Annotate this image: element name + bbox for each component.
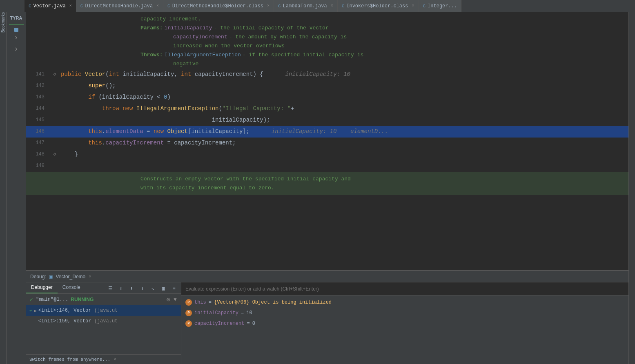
tab-label-lambdaform: LambdaForm.java [283, 3, 327, 9]
tab-bar: C Vector.java × C DirectMethodHandle.jav… [0, 0, 635, 12]
left-sidebar: Bookmarks [0, 12, 7, 364]
debug-btn-step-over[interactable]: ⬆ [116, 284, 126, 293]
doc-param2-cont: increased when the vector overflows [173, 42, 285, 51]
line-num-149: 149 [26, 162, 51, 170]
debug-btn-menu[interactable]: ☰ [105, 284, 115, 293]
doc-throws-cont: negative [173, 60, 198, 69]
frame-return-icon-1: ↩ [29, 318, 32, 324]
code-line-147[interactable]: 147 this.capacityIncrement = capacityInc… [26, 138, 628, 149]
var-equals-initialcapacity: = [241, 310, 244, 316]
debug-session-icon: ▣ [49, 273, 53, 280]
doc-line-throws: Throws: IllegalArgumentException - if th… [26, 51, 628, 60]
frame-icon-0: ▶ [34, 308, 37, 313]
project-indicator [9, 24, 24, 25]
stack-frame-1[interactable]: ↩ ▶ <init>:159, Vector (java.ut [26, 316, 181, 326]
doc-line-throws-cont: negative [26, 60, 628, 69]
expression-input[interactable] [185, 286, 624, 292]
code-content-142: super(); [59, 81, 628, 90]
code-content-148: } [59, 150, 628, 159]
doc-param2-name: capacityIncrement [173, 33, 227, 42]
tab-icon-vector: C [29, 4, 31, 9]
debug-btn-step-into[interactable]: ⬇ [127, 284, 136, 293]
close-switch-frames[interactable]: × [114, 357, 116, 362]
doc-block: capacity increment. Params: initialCapac… [26, 12, 628, 69]
var-equals-this: = [209, 300, 212, 305]
right-sidebar [628, 12, 635, 364]
tab-directmethod[interactable]: C DirectMethodHandle.java × [76, 0, 163, 12]
tab-directmethodholder[interactable]: C DirectMethodHandle$Holder.class × [163, 0, 274, 12]
filter-icon[interactable]: ⊛ [166, 297, 170, 302]
close-tab-invokersholder[interactable]: × [412, 4, 414, 8]
code-line-148[interactable]: 148 ◇ } [26, 149, 628, 160]
var-equals-capacityincrement: = [247, 321, 250, 326]
var-row-this[interactable]: P this = {Vector@706} Object is being in… [181, 297, 628, 308]
code-line-144[interactable]: 144 throw new IllegalArgumentException("… [26, 103, 628, 115]
debug-btn-run-cursor[interactable]: ↘ [148, 284, 158, 293]
project-panel: TYRA › › [7, 12, 26, 364]
bottom-doc-block: Constructs an empty vector with the spec… [26, 172, 628, 195]
tab-integer[interactable]: C Integer... [419, 0, 462, 12]
tab-label-vector: Vector.java [33, 3, 66, 9]
debug-body: Debugger Console ☰ ⬆ ⬇ ⬆ ↘ ▦ ≡ [26, 282, 628, 364]
close-tab-directmethodholder[interactable]: × [267, 4, 270, 8]
code-line-142[interactable]: 142 super(); [26, 80, 628, 92]
tab-icon-integer: C [423, 4, 426, 9]
close-tab-lambdaform[interactable]: × [331, 4, 333, 8]
tab-icon-directmethod: C [80, 4, 83, 9]
debug-tab-debugger[interactable]: Debugger [26, 282, 58, 293]
switch-frames-bar: Switch frames from anywhere... × [26, 354, 181, 364]
expand-icon2[interactable]: › [14, 45, 18, 53]
tab-lambdaform[interactable]: C LambdaForm.java × [274, 0, 338, 12]
doc-line-param2-cont: increased when the vector overflows [26, 42, 628, 51]
stack-frame-0[interactable]: ↩ ▶ <init>:146, Vector (java.ut [26, 305, 181, 316]
expand-icon[interactable]: › [14, 33, 18, 42]
code-line-149[interactable]: 149 [26, 160, 628, 172]
gutter-141: ◇ [51, 71, 59, 78]
doc-param1-desc: - the initial capacity of the vector [214, 24, 329, 33]
line-num-146: 146 [26, 128, 51, 135]
close-tab-directmethod[interactable]: × [156, 4, 159, 8]
code-line-143[interactable]: 143 if (initialCapacity < 0) [26, 92, 628, 103]
debug-tabs: Debugger Console ☰ ⬆ ⬇ ⬆ ↘ ▦ ≡ [26, 282, 181, 294]
tab-icon-invokersholder: C [342, 4, 345, 9]
tab-invokersholder[interactable]: C Invokers$Holder.class × [338, 0, 419, 12]
debug-variables-panel: P this = {Vector@706} Object is being in… [181, 282, 628, 364]
var-row-capacityincrement[interactable]: P capacityIncrement = 0 [181, 318, 628, 329]
debug-btn-evaluate[interactable]: ▦ [158, 284, 168, 293]
line-num-142: 142 [26, 82, 51, 90]
variables-list: P this = {Vector@706} Object is being in… [181, 295, 628, 364]
line-num-141: 141 [26, 71, 51, 78]
debug-tab-console[interactable]: Console [58, 282, 85, 293]
code-content-141: public Vector(int initialCapacity, int c… [59, 70, 628, 79]
var-value-this: {Vector@706} Object is being initialized [214, 300, 332, 305]
doc-throws-desc: - if the specified initial capacity is [243, 51, 363, 60]
var-name-initialcapacity: initialCapacity [194, 310, 238, 316]
tab-icon-directmethodholder: C [167, 4, 170, 9]
editor-area: capacity increment. Params: initialCapac… [26, 12, 628, 270]
bookmarks-tab[interactable]: Bookmarks [1, 12, 5, 36]
doc-params-label: Params: [140, 24, 163, 33]
close-tab-vector[interactable]: × [69, 4, 72, 8]
code-line-145[interactable]: 145 initialCapacity); [26, 115, 628, 126]
code-container: 141 ◇ public Vector(int initialCapacity,… [26, 69, 628, 172]
tab-label-invokersholder: Invokers$Holder.class [346, 3, 408, 9]
thread-name: "main"@1... [36, 297, 68, 302]
debug-btn-step-out[interactable]: ⬆ [137, 284, 147, 293]
line-num-144: 144 [26, 105, 51, 113]
tab-vector[interactable]: C Vector.java × [25, 0, 76, 12]
frame-text-1: <init>:159, Vector (java.ut [38, 318, 118, 324]
var-name-this: this [194, 300, 206, 305]
tab-label-directmethod: DirectMethodHandle.java [85, 3, 153, 9]
dropdown-arrow[interactable]: ▼ [173, 297, 178, 302]
close-debug-session[interactable]: × [89, 274, 91, 279]
code-line-141[interactable]: 141 ◇ public Vector(int initialCapacity,… [26, 69, 628, 80]
var-row-initialcapacity[interactable]: P initialCapacity = 10 [181, 308, 628, 318]
thread-status: RUNNING [71, 297, 94, 302]
doc-line-capacity: capacity increment. [26, 15, 628, 24]
tab-label-integer: Integer... [428, 3, 457, 9]
project-file-icon[interactable] [14, 28, 18, 32]
switch-frames-text: Switch frames from anywhere... [29, 357, 110, 362]
expression-bar [181, 282, 628, 295]
debug-btn-settings[interactable]: ≡ [169, 284, 179, 293]
code-line-146[interactable]: 146 this.elementData = new Object[initia… [26, 126, 628, 138]
